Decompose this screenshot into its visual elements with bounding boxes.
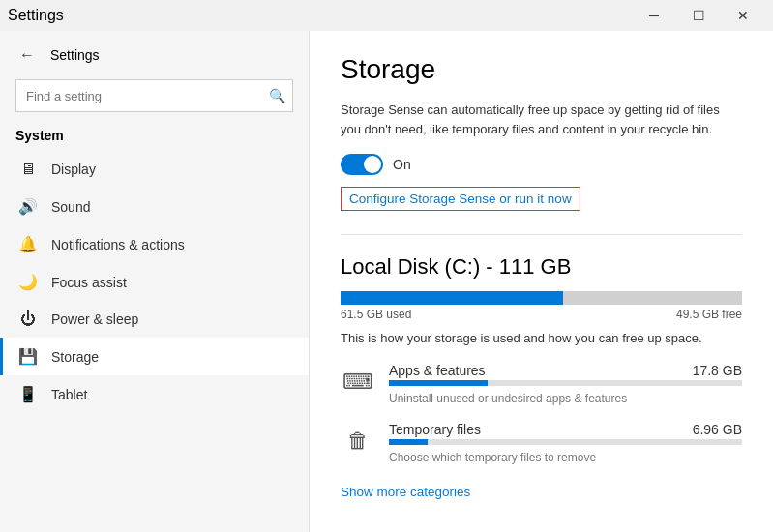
app-body: ← Settings 🔍 System 🖥 Display 🔊 Sound 🔔 …	[0, 31, 773, 532]
sound-icon: 🔊	[18, 197, 38, 216]
configure-link[interactable]: Configure Storage Sense or run it now	[341, 187, 580, 211]
minimize-button[interactable]: ─	[632, 0, 676, 31]
sidebar-item-label: Tablet	[51, 387, 87, 402]
storage-item-bar	[389, 380, 742, 386]
show-more-link[interactable]: Show more categories	[341, 485, 470, 499]
nav-list: 🖥 Display 🔊 Sound 🔔 Notifications & acti…	[0, 151, 309, 532]
disk-title: Local Disk (C:) - 111 GB	[341, 254, 742, 280]
sidebar-section-title: System	[0, 124, 309, 151]
storage-item-name: Apps & features	[389, 363, 486, 378]
storage-description: Storage Sense can automatically free up …	[341, 101, 742, 138]
storage-item-icon: ⌨	[341, 365, 375, 399]
title-bar: Settings ─ ☐ ✕	[0, 0, 773, 31]
storage-bar-fill	[341, 291, 563, 305]
sidebar-item-focus[interactable]: 🌙 Focus assist	[0, 263, 309, 301]
sidebar-item-label: Sound	[51, 199, 90, 215]
storage-icon: 💾	[18, 347, 38, 366]
sidebar-app-title: Settings	[50, 47, 100, 63]
storage-use-description: This is how your storage is used and how…	[341, 331, 742, 345]
search-input[interactable]	[15, 79, 293, 112]
notifications-icon: 🔔	[18, 235, 38, 253]
storage-item-header: Temporary files 6.96 GB	[389, 422, 742, 437]
storage-item-bar-fill	[389, 380, 488, 386]
storage-bar-container: 61.5 GB used 49.5 GB free	[341, 291, 742, 321]
sidebar-item-notifications[interactable]: 🔔 Notifications & actions	[0, 225, 309, 263]
storage-item-bar	[389, 439, 742, 445]
storage-item-apps-&-features: ⌨ Apps & features 17.8 GB Uninstall unus…	[341, 363, 742, 406]
sidebar-item-power[interactable]: ⏻ Power & sleep	[0, 301, 309, 338]
toggle-row: On	[341, 154, 742, 175]
title-bar-left: Settings	[8, 7, 64, 24]
search-icon: 🔍	[269, 88, 285, 103]
tablet-icon: 📱	[18, 385, 38, 403]
sidebar: ← Settings 🔍 System 🖥 Display 🔊 Sound 🔔 …	[0, 31, 310, 532]
restore-button[interactable]: ☐	[676, 0, 721, 31]
sidebar-item-label: Focus assist	[51, 275, 127, 290]
sidebar-item-tablet[interactable]: 📱 Tablet	[0, 375, 309, 413]
sidebar-item-label: Storage	[51, 349, 99, 365]
sidebar-item-label: Display	[51, 162, 96, 177]
storage-item-desc: Uninstall unused or undesired apps & fea…	[389, 392, 627, 405]
focus-icon: 🌙	[18, 273, 38, 291]
storage-item-bar-fill	[389, 439, 428, 445]
storage-item-content: Temporary files 6.96 GB Choose which tem…	[389, 422, 742, 465]
storage-item-icon: 🗑	[341, 424, 375, 458]
used-label: 61.5 GB used	[341, 308, 411, 321]
close-button[interactable]: ✕	[721, 0, 765, 31]
storage-item-size: 6.96 GB	[693, 422, 742, 437]
free-label: 49.5 GB free	[676, 308, 742, 321]
storage-bar	[341, 291, 742, 305]
storage-item-content: Apps & features 17.8 GB Uninstall unused…	[389, 363, 742, 406]
storage-items-container: ⌨ Apps & features 17.8 GB Uninstall unus…	[341, 363, 742, 465]
title-bar-controls: ─ ☐ ✕	[632, 0, 765, 31]
storage-item-header: Apps & features 17.8 GB	[389, 363, 742, 378]
storage-item-desc: Choose which temporary files to remove	[389, 451, 596, 464]
power-icon: ⏻	[18, 310, 38, 328]
storage-sense-toggle[interactable]	[341, 154, 383, 175]
search-box: 🔍	[15, 79, 293, 112]
back-button[interactable]: ←	[15, 43, 39, 68]
title-bar-title: Settings	[8, 7, 64, 24]
toggle-label: On	[393, 157, 411, 172]
storage-item-name: Temporary files	[389, 422, 481, 437]
divider	[341, 234, 742, 235]
storage-labels: 61.5 GB used 49.5 GB free	[341, 308, 742, 321]
sidebar-top: ← Settings	[0, 31, 309, 79]
sidebar-item-sound[interactable]: 🔊 Sound	[0, 188, 309, 225]
sidebar-item-label: Power & sleep	[51, 311, 138, 327]
sidebar-item-display[interactable]: 🖥 Display	[0, 151, 309, 188]
storage-item-size: 17.8 GB	[693, 363, 742, 378]
main-panel: Storage Storage Sense can automatically …	[310, 31, 773, 532]
sidebar-item-storage[interactable]: 💾 Storage	[0, 338, 309, 375]
storage-item-temporary-files: 🗑 Temporary files 6.96 GB Choose which t…	[341, 422, 742, 465]
sidebar-item-label: Notifications & actions	[51, 237, 185, 252]
display-icon: 🖥	[18, 161, 38, 178]
page-title: Storage	[341, 54, 742, 85]
